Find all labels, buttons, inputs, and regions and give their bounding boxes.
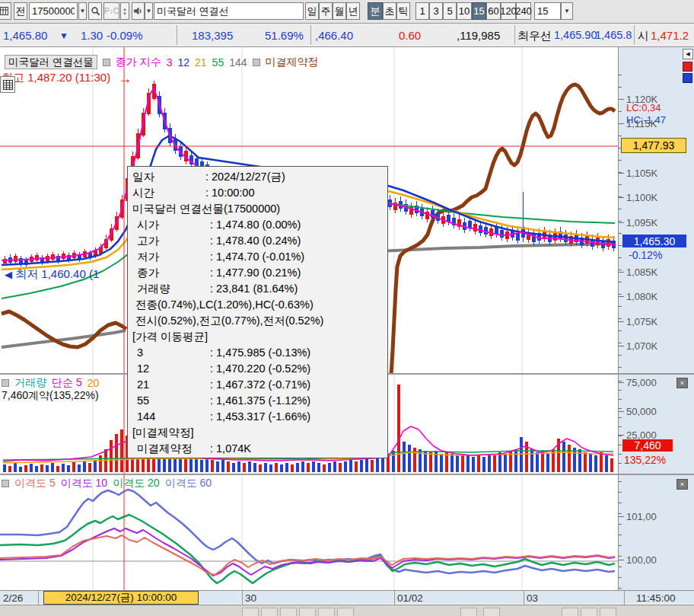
minute-240-button[interactable]: 240 (516, 2, 531, 20)
prev-symbol-button[interactable]: 전 (14, 2, 27, 20)
minute-3-button[interactable]: 3 (429, 2, 443, 20)
cutoff-button[interactable] (337, 608, 354, 616)
minute-15-button[interactable]: 15 (472, 2, 486, 20)
value-a: ,466.40 (315, 29, 353, 42)
oi-axis-label: 1,120K (626, 94, 657, 105)
tooltip-row: 전종(0.74%),LC(1.20%),HC(-0.63%) (128, 297, 387, 313)
axis-tick (619, 382, 624, 383)
disparity-20-line (0, 515, 615, 583)
legend-ma-12: 12 (177, 56, 189, 69)
legend-square-icon[interactable] (253, 59, 260, 66)
spinner-down-icon[interactable]: ▼ (123, 11, 127, 16)
hc-color-swatch[interactable] (683, 73, 692, 83)
volume-subtitle: 7,460계약(135,22%) (2, 389, 99, 403)
spinner-control[interactable]: ▲▼ (120, 2, 129, 20)
speaker-icon[interactable] (132, 2, 145, 20)
window-grid-icon[interactable] (0, 2, 11, 20)
interval-dropdown-icon[interactable]: ▼ (561, 2, 573, 20)
oi-axis-label: 1,095K (626, 217, 657, 228)
legend-ma-21: 21 (195, 56, 207, 69)
lc-color-swatch[interactable] (683, 62, 692, 72)
cutoff-button[interactable] (318, 608, 335, 616)
minute-1-button[interactable]: 1 (415, 2, 429, 20)
symbol-code-input[interactable] (29, 2, 78, 20)
speaker-dropdown-icon[interactable]: ▼ (145, 2, 153, 20)
symbol-dropdown-icon[interactable]: ▼ (78, 2, 87, 20)
tooltip-row: 3: 1,475.985 (-0.13%) (128, 345, 387, 361)
axis-tick (619, 535, 622, 535)
tooltip-row: [미결제약정] (128, 425, 387, 441)
data-tooltip: 일자: 2024/12/27(금)시간: 10:00:00미국달러 연결선물(1… (127, 166, 388, 458)
axis-tick (619, 445, 622, 445)
axis-tick (619, 411, 624, 412)
oi-axis-label: 1,080K (626, 291, 657, 302)
volume-panel-close-icon[interactable]: × (676, 378, 688, 388)
minute-120-button[interactable]: 120 (501, 2, 516, 20)
axis-tick (619, 172, 622, 173)
axis-tick (619, 408, 622, 409)
minute-60-button[interactable]: 60 (486, 2, 501, 20)
axis-tick (619, 381, 622, 381)
mode-second-button[interactable]: 초 (383, 2, 396, 20)
current-price-box: 1,465.30 (622, 235, 686, 247)
cutoff-button[interactable] (299, 608, 316, 616)
cutoff-button[interactable] (562, 608, 578, 616)
legend-square-icon[interactable] (2, 480, 9, 487)
mode-minute-button[interactable]: 분 (368, 2, 383, 20)
volume-legend-title: 거래량 (14, 376, 46, 390)
tooltip-row: 시간: 10:00:00 (128, 185, 387, 201)
search-icon[interactable] (88, 2, 102, 20)
mode-tick-button[interactable]: 틱 (396, 2, 410, 20)
axis-tick (619, 330, 622, 331)
cutoff-button[interactable] (261, 608, 278, 616)
disparity-panel-close-icon[interactable]: × (676, 479, 688, 490)
legend-close-label: 종가 지수 (116, 56, 161, 69)
axis-tick (619, 524, 622, 525)
tooltip-row: 전시(0.52%),전고(0.77%),전저(0.52%) (128, 313, 387, 329)
last-time-label: 11:45:00 (636, 592, 676, 604)
period-month-button[interactable]: 월 (333, 2, 346, 20)
minute-5-button[interactable]: 5 (443, 2, 457, 20)
cutoff-button[interactable] (242, 608, 259, 616)
open-interest-line-left (2, 311, 126, 347)
volume-axis-label: 75,000 (626, 377, 657, 388)
tooltip-row: 144: 1,453.317 (-1.66%) (128, 409, 387, 425)
axis-tick (619, 306, 622, 307)
period-year-button[interactable]: 년 (346, 2, 360, 20)
symbol-name-input[interactable] (154, 2, 304, 20)
oi-axis-label: 1,075K (626, 316, 657, 327)
time-tick: 03 (527, 592, 538, 604)
legend-square-icon[interactable] (2, 379, 9, 387)
cutoff-button[interactable] (280, 608, 297, 616)
collapse-panel-icon[interactable]: ◀ (683, 49, 693, 59)
cutoff-button[interactable] (483, 608, 500, 616)
data-grid-icon[interactable] (0, 76, 15, 93)
axis-tick (619, 560, 624, 560)
minute-10-button[interactable]: 10 (457, 2, 472, 20)
axis-tick (619, 567, 622, 567)
pc-order-button[interactable]: P↓C (103, 2, 119, 20)
axis-tick (619, 99, 622, 100)
period-week-button[interactable]: 주 (319, 2, 333, 20)
cutoff-button[interactable] (460, 608, 477, 616)
tooltip-row: 시가: 1,474.80 (0.00%) (128, 217, 387, 233)
axis-tick (619, 282, 622, 282)
crosshair-price-box: 1,477.93 (621, 138, 686, 153)
panel-divider[interactable] (0, 474, 694, 475)
quote-info-bar: 1,465.80 ▼ 1.30 -0.09% 183,395 51.69% ,4… (0, 24, 694, 47)
cutoff-button[interactable] (581, 608, 597, 616)
time-tick: 2/26 (3, 592, 23, 604)
left-arrow-icon: ◀ (5, 269, 12, 280)
axis-tick (619, 481, 622, 482)
axis-tick (619, 367, 622, 368)
period-day-button[interactable]: 일 (305, 2, 319, 20)
axis-tick (619, 184, 622, 185)
axis-tick (619, 160, 622, 161)
oi-axis-label: 1,085K (626, 267, 657, 278)
tooltip-row: 21: 1,467.372 (-0.71%) (128, 377, 387, 393)
cutoff-button[interactable] (600, 608, 616, 616)
volume-ratio: 51.69% (265, 29, 304, 42)
interval-select[interactable] (534, 2, 561, 20)
axis-tick (619, 294, 622, 295)
legend-square-icon[interactable] (103, 59, 110, 66)
